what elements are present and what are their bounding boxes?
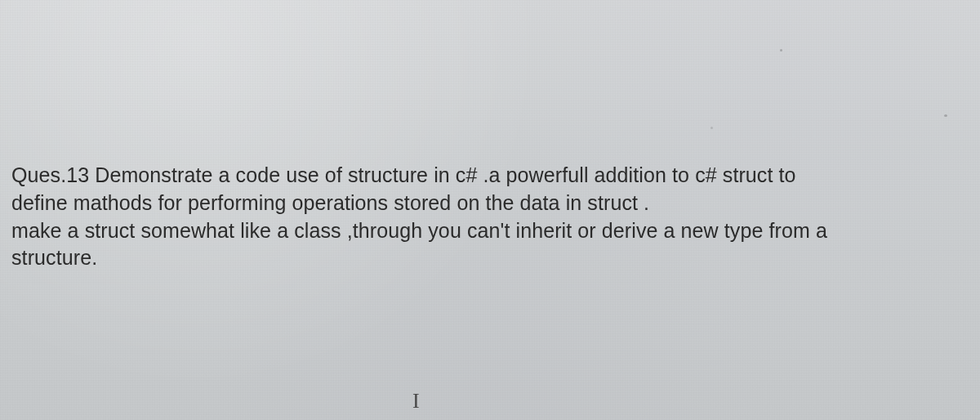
question-line-1: Ques.13 Demonstrate a code use of struct… [11, 162, 969, 190]
question-text-block: Ques.13 Demonstrate a code use of struct… [11, 162, 969, 272]
question-line-3: make a struct somewhat like a class ,thr… [11, 217, 969, 245]
paper-speck [944, 114, 947, 117]
question-line-4: structure. [11, 244, 969, 272]
paper-speck [710, 127, 713, 129]
question-line-2: define mathods for performing operations… [11, 190, 969, 217]
paper-speck [780, 49, 782, 51]
text-cursor-glyph: I [412, 389, 420, 413]
